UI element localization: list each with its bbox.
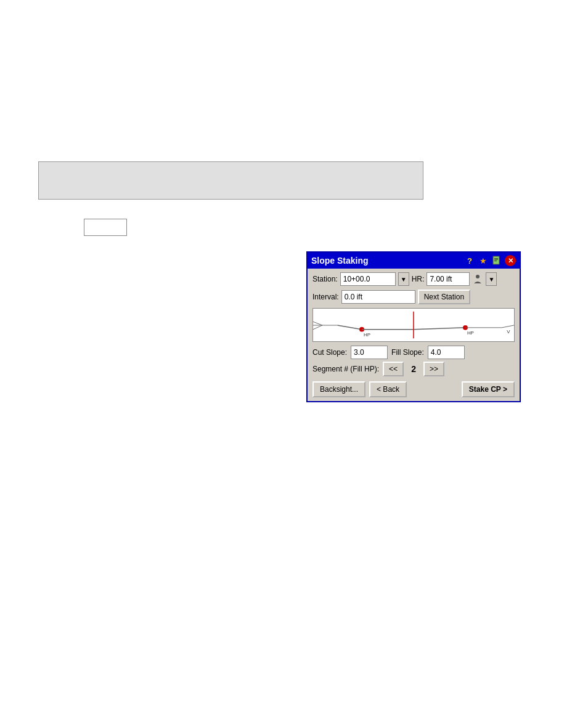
segment-label: Segment # (Fill HP): — [312, 365, 379, 373]
bottom-row: Backsight... < Back Stake CP > — [312, 380, 515, 397]
cut-slope-input[interactable] — [351, 346, 388, 359]
slope-row: Cut Slope: Fill Slope: — [312, 346, 515, 359]
star-icon[interactable]: ★ — [478, 255, 489, 266]
svg-rect-0 — [493, 256, 499, 264]
interval-row: Interval: Next Station — [312, 290, 515, 304]
segment-prev-button[interactable]: << — [383, 362, 404, 376]
next-station-button[interactable]: Next Station — [418, 290, 470, 304]
hr-input[interactable] — [427, 272, 470, 286]
station-label: Station: — [312, 275, 338, 283]
dialog-title: Slope Staking — [311, 256, 369, 266]
segment-number: 2 — [407, 364, 420, 374]
top-bar — [38, 161, 423, 200]
hr-label: HR: — [412, 275, 425, 283]
station-dropdown[interactable]: ▼ — [398, 272, 409, 286]
svg-rect-3 — [494, 261, 497, 261]
close-button[interactable]: ✕ — [505, 255, 516, 266]
dialog-titlebar: Slope Staking ? ★ ✕ — [308, 253, 520, 269]
segment-next-button[interactable]: >> — [423, 362, 444, 376]
station-hr-row: Station: ▼ HR: ▼ — [312, 272, 515, 286]
dialog-body: Station: ▼ HR: ▼ Interval: Next Station — [308, 269, 520, 401]
segment-row: Segment # (Fill HP): << 2 >> — [312, 362, 515, 376]
title-icons: ? ★ ✕ — [464, 255, 516, 266]
backsight-button[interactable]: Backsight... — [312, 381, 365, 397]
slope-staking-dialog: Slope Staking ? ★ ✕ S — [306, 251, 521, 402]
cut-slope-label: Cut Slope: — [312, 348, 347, 357]
stake-cp-button[interactable]: Stake CP > — [462, 381, 515, 397]
svg-rect-2 — [494, 259, 498, 260]
svg-text:HP: HP — [364, 332, 370, 338]
fill-slope-input[interactable] — [428, 346, 465, 359]
hr-dropdown[interactable]: ▼ — [486, 272, 497, 286]
fill-slope-label: Fill Slope: — [391, 348, 424, 357]
svg-text:HP: HP — [467, 330, 474, 336]
interval-label: Interval: — [312, 293, 339, 301]
interval-input[interactable] — [341, 290, 415, 304]
document-icon[interactable] — [491, 255, 502, 266]
person-icon — [472, 272, 483, 286]
small-box — [84, 219, 127, 236]
svg-rect-1 — [494, 258, 498, 259]
svg-text:V: V — [507, 330, 510, 335]
back-button[interactable]: < Back — [369, 381, 407, 397]
help-icon[interactable]: ? — [464, 255, 475, 266]
cross-section-diagram: HP HP V — [312, 308, 515, 342]
station-input[interactable] — [340, 272, 396, 286]
svg-point-4 — [476, 275, 480, 278]
